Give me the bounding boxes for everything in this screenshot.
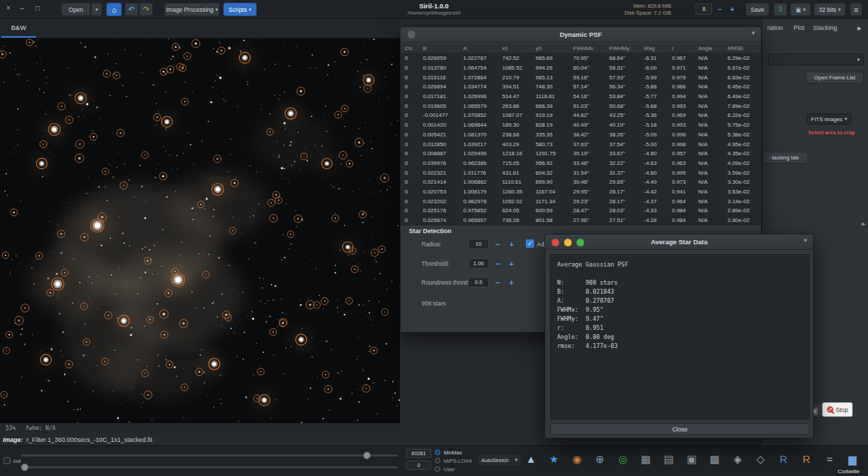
roundness-minus-button[interactable]: −	[492, 277, 503, 287]
tab-bw[interactable]: B&W	[1, 19, 36, 38]
psf-table-row[interactable]: 00.0088871.0294961218.161291.7535.19"33.…	[401, 149, 761, 159]
low-slider-handle[interactable]	[21, 463, 29, 471]
fits-images-dropdown[interactable]: FITS images ▾	[807, 113, 851, 125]
high-slider-handle[interactable]	[363, 452, 371, 459]
psf-table-row[interactable]: 00.0232020.9829781052.021171.3429.23"28.…	[401, 196, 761, 206]
scripts-button[interactable]: Scripts▾	[223, 3, 257, 16]
thread-minus-button[interactable]: −	[714, 3, 725, 15]
psf-column-header[interactable]: RMSE	[723, 45, 761, 51]
sequence-selector[interactable]: ▾	[768, 54, 864, 65]
psf-table-row[interactable]: 00.0260591.022787742.52965.6970.95"68.64…	[401, 54, 761, 63]
background-extraction-icon[interactable]: ◎	[615, 451, 631, 467]
close-traffic-icon[interactable]	[552, 239, 559, 246]
tab-plot[interactable]: Plot	[794, 24, 805, 31]
psf-table-row[interactable]: 00.0137801.0647541085.52994.2660.04"58.3…	[401, 63, 761, 73]
city-trash-icon[interactable]: ▆	[844, 451, 860, 467]
psf-column-header[interactable]: Mag	[640, 45, 668, 51]
image-canvas[interactable]	[0, 38, 400, 423]
psf-table-row[interactable]: 00.0014201.069644189.30828.1940.49"40.19…	[401, 120, 761, 130]
psf-table-row[interactable]: 00.0399760.962386715.05956.9233.46"32.22…	[401, 159, 761, 168]
window-maximize-icon[interactable]: □	[32, 4, 43, 12]
radius-minus-button[interactable]: −	[492, 239, 503, 249]
image-diamond-icon[interactable]: ◈	[730, 451, 746, 467]
threshold-field[interactable]: 1.00	[468, 258, 489, 269]
psf-table-row[interactable]: 00.0151181.072884210.79985.1359.16"57.93…	[401, 72, 761, 82]
undo-button[interactable]: ↶	[124, 3, 138, 16]
redo-button[interactable]: ↷	[139, 3, 153, 16]
open-caret-button[interactable]: ▾	[91, 3, 102, 16]
psf-column-header[interactable]: Ch.	[401, 45, 419, 51]
thread-count-field[interactable]: 8	[696, 3, 712, 15]
open-frame-list-button[interactable]: Open Frame List	[805, 72, 864, 84]
low-cutoff-field[interactable]: 0	[406, 461, 431, 470]
radius-plus-button[interactable]: +	[506, 239, 517, 249]
stop-button[interactable]: Stop	[822, 402, 853, 417]
threshold-minus-button[interactable]: −	[492, 258, 503, 269]
tab-stacking[interactable]: Stacking	[813, 24, 837, 31]
roundness-plus-button[interactable]: +	[506, 277, 517, 287]
psf-column-header[interactable]: B	[419, 45, 459, 51]
save-button[interactable]: Save	[746, 3, 769, 16]
rgb-composition-icon[interactable]: R	[775, 451, 791, 467]
radio-mips[interactable]	[435, 458, 440, 463]
statistics-icon[interactable]: ▤	[661, 451, 677, 467]
low-slider-track[interactable]	[21, 466, 398, 468]
window-minimize-icon[interactable]: –	[17, 4, 28, 12]
psf-table-row[interactable]: 00.0171811.026996514.471116.8154.16"53.8…	[401, 92, 761, 102]
noise-estimation-icon[interactable]: ▩	[707, 451, 723, 467]
psf-column-header[interactable]: y0	[531, 45, 569, 51]
cut-checkbox[interactable]	[3, 457, 10, 464]
psf-column-header[interactable]: Angle	[694, 45, 723, 51]
photometry-icon[interactable]: ◉	[569, 451, 585, 467]
psf-table-row[interactable]: 00.0214141.0068621110.61699.9030.46"29.6…	[401, 177, 761, 187]
roundness-field[interactable]: 0.5	[468, 277, 489, 287]
avg-dialog-titlebar[interactable]: Average Star Data ▾	[545, 235, 813, 250]
star-detection-icon[interactable]: ★	[546, 451, 562, 467]
close-button[interactable]: Close	[550, 423, 810, 435]
psf-table-row[interactable]: 00.0128501.039217403.29580.7337.63"37.54…	[401, 139, 761, 149]
bit-depth-button[interactable]: 32 bits▾	[814, 3, 846, 16]
star-recomposition-icon[interactable]: R	[798, 451, 814, 467]
high-cutoff-field[interactable]: 60261	[406, 449, 431, 458]
psf-column-header[interactable]: r	[668, 45, 694, 51]
threshold-plus-button[interactable]: +	[506, 258, 517, 269]
psf-table-row[interactable]: 00.0054211.081370238.68335.3538.42"38.26…	[401, 130, 761, 140]
snapshot-button[interactable]: ▣▾	[790, 3, 811, 16]
image-processing-button[interactable]: Image Processing▾	[164, 3, 220, 16]
shade-chevron-icon[interactable]: ▾	[804, 237, 807, 244]
maximize-traffic-icon[interactable]	[577, 239, 584, 246]
psf-table-row[interactable]: 00.0251760.975852624.05600.5928.47"28.03…	[401, 206, 761, 216]
psf-column-header[interactable]: FWHMx	[569, 45, 605, 51]
layers-icon[interactable]: ◇	[753, 451, 769, 467]
radio-minmax[interactable]	[435, 450, 440, 455]
autostretch-dropdown[interactable]: AutoStretch ▾	[477, 454, 522, 466]
thread-plus-button[interactable]: +	[727, 3, 738, 15]
launcher-rocket-icon[interactable]: ▲	[523, 451, 539, 467]
go-to-stacking-tab-button[interactable]: tacking tab	[762, 152, 808, 164]
minimize-traffic-icon[interactable]	[564, 239, 572, 246]
radio-user[interactable]	[435, 466, 440, 472]
psf-column-header[interactable]: A	[459, 45, 498, 51]
psf-table-row[interactable]: 00.0223211.011776431.61604.3231.54"31.37…	[401, 168, 761, 177]
shade-chevron-icon[interactable]: ▾	[752, 30, 755, 36]
adjust-checkbox[interactable]: ✓	[526, 239, 534, 248]
window-button-icon[interactable]	[408, 31, 415, 38]
panel-expander-icon[interactable]: ▶	[862, 221, 865, 227]
tab-registration[interactable]: ration	[767, 24, 783, 31]
psf-column-header[interactable]: FWHMy	[605, 45, 640, 51]
psf-dialog-titlebar[interactable]: Dynamic PSF ▾	[401, 27, 761, 42]
psf-table-row[interactable]: 0-0.0014771.0708521087.07919.1944.62"43.…	[401, 111, 761, 120]
astrometry-globe-icon[interactable]: ⊕	[592, 451, 608, 467]
psf-table-row[interactable]: 00.0196051.065579263.86666.3951.03"50.68…	[401, 101, 761, 111]
psf-table-row[interactable]: 00.0268941.034774394.51748.3057.14"56.34…	[401, 82, 761, 92]
grayscale-icon[interactable]: ▣	[684, 451, 700, 467]
tab-scroll-icon[interactable]: ▶	[858, 26, 861, 31]
home-button[interactable]: ⌂	[106, 3, 122, 16]
pixel-math-icon[interactable]: ▦	[638, 451, 654, 467]
plot-icon[interactable]: ≈	[821, 451, 837, 467]
high-slider-track[interactable]	[21, 454, 398, 457]
hamburger-menu-button[interactable]: ≡	[850, 3, 862, 16]
radius-field[interactable]: 10	[468, 239, 489, 249]
psf-column-header[interactable]: x0	[498, 45, 531, 51]
open-button[interactable]: Open	[61, 3, 90, 16]
